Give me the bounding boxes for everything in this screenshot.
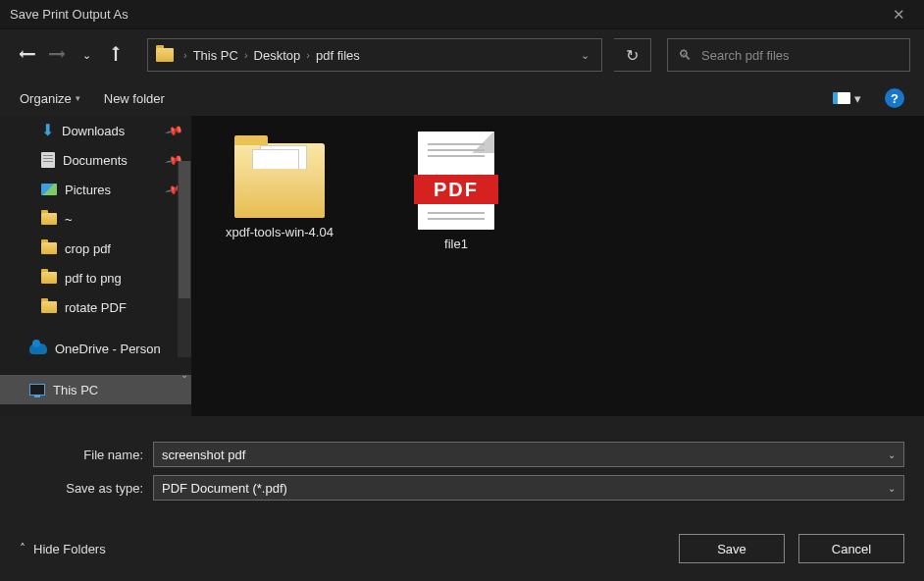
search-icon: 🔍︎ [678, 47, 692, 63]
navigation-pane: ⬇ Downloads 📌 Documents 📌 Pictures 📌 ~ c… [0, 116, 191, 416]
file-item-label: xpdf-tools-win-4.04 [211, 224, 348, 241]
search-input[interactable] [701, 48, 899, 63]
sidebar-item-label: OneDrive - Person [55, 342, 161, 356]
pdf-badge: PDF [414, 175, 498, 204]
title-bar: Save Print Output As ✕ [0, 0, 924, 29]
back-button[interactable]: 🠔 [14, 41, 41, 69]
folder-icon [234, 143, 325, 218]
hide-folders-label: Hide Folders [33, 542, 106, 556]
main-area: ⬇ Downloads 📌 Documents 📌 Pictures 📌 ~ c… [0, 116, 924, 416]
new-folder-button[interactable]: New folder [104, 91, 165, 106]
filename-input[interactable] [162, 448, 884, 462]
navigation-bar: 🠔 🠖 ⌄ 🠕 › This PC › Desktop › pdf files … [0, 29, 924, 80]
hide-folders-toggle[interactable]: ˄ Hide Folders [20, 542, 106, 556]
sidebar-item-documents[interactable]: Documents 📌 [0, 145, 191, 175]
sidebar-item-this-pc[interactable]: This PC [0, 375, 191, 404]
download-icon: ⬇ [41, 123, 54, 138]
savetype-field[interactable]: PDF Document (*.pdf) ⌄ [153, 475, 904, 501]
folder-icon [41, 213, 57, 225]
breadcrumb-desktop[interactable]: Desktop [250, 48, 305, 63]
file-item-pdf[interactable]: PDF file1 [387, 132, 525, 253]
document-icon [41, 152, 55, 168]
folder-icon [41, 272, 57, 284]
sidebar-item-folder[interactable]: ~ [0, 204, 191, 234]
chevron-down-icon[interactable]: ⌄ [884, 483, 899, 494]
file-list[interactable]: xpdf-tools-win-4.04 PDF file1 [191, 116, 924, 416]
chevron-right-icon: › [304, 49, 312, 61]
pdf-file-icon: PDF [418, 132, 494, 230]
forward-button[interactable]: 🠖 [43, 41, 71, 69]
save-button-label: Save [717, 542, 746, 556]
address-bar[interactable]: › This PC › Desktop › pdf files ⌄ [147, 38, 602, 72]
breadcrumb-current[interactable]: pdf files [312, 48, 364, 63]
sidebar-item-folder[interactable]: crop pdf [0, 234, 191, 263]
up-button[interactable]: 🠕 [102, 41, 129, 69]
recent-locations-dropdown[interactable]: ⌄ [73, 41, 100, 69]
close-button[interactable]: ✕ [881, 6, 916, 24]
filename-field[interactable]: ⌄ [153, 442, 904, 467]
file-item-label: file1 [387, 236, 525, 253]
save-form: File name: ⌄ Save as type: PDF Document … [0, 416, 924, 501]
sidebar-item-onedrive[interactable]: OneDrive - Person [0, 334, 191, 363]
sidebar-item-label: ~ [65, 212, 73, 227]
chevron-down-icon: ▾ [76, 93, 80, 103]
search-box[interactable]: 🔍︎ [667, 38, 910, 72]
chevron-down-icon: ▾ [854, 91, 861, 106]
chevron-right-icon: › [181, 49, 189, 61]
folder-icon [41, 301, 57, 313]
cancel-button-label: Cancel [832, 542, 871, 556]
chevron-up-icon: ˄ [20, 542, 26, 555]
onedrive-icon [29, 343, 47, 354]
folder-icon [156, 48, 174, 62]
pictures-icon [41, 184, 57, 195]
cancel-button[interactable]: Cancel [798, 534, 904, 563]
sidebar-item-label: Downloads [62, 124, 125, 138]
sidebar-scrollbar[interactable]: ⌄ [178, 161, 191, 357]
sidebar-item-label: Pictures [65, 183, 111, 197]
organize-menu[interactable]: Organize ▾ [20, 91, 80, 106]
sidebar-item-label: rotate PDF [65, 300, 127, 315]
action-bar: ˄ Hide Folders Save Cancel [0, 508, 924, 563]
sidebar-item-pictures[interactable]: Pictures 📌 [0, 175, 191, 204]
pin-icon: 📌 [165, 121, 184, 140]
save-button[interactable]: Save [679, 534, 785, 563]
sidebar-item-label: This PC [53, 383, 98, 397]
savetype-label: Save as type: [20, 481, 153, 496]
toolbar: Organize ▾ New folder ▾ ? [0, 80, 924, 116]
folder-icon [41, 242, 57, 254]
sidebar-item-label: Documents [63, 153, 128, 168]
thumbnails-icon [833, 92, 850, 104]
chevron-down-icon[interactable]: ⌄ [884, 449, 899, 460]
chevron-right-icon: › [242, 49, 250, 61]
view-options-button[interactable]: ▾ [833, 91, 861, 106]
window-title: Save Print Output As [10, 7, 881, 22]
organize-label: Organize [20, 91, 72, 106]
breadcrumb-this-pc[interactable]: This PC [189, 48, 242, 63]
sidebar-item-label: crop pdf [65, 241, 111, 256]
this-pc-icon [29, 384, 45, 396]
address-history-dropdown[interactable]: ⌄ [573, 49, 597, 62]
sidebar-item-downloads[interactable]: ⬇ Downloads 📌 [0, 116, 191, 145]
file-item-folder[interactable]: xpdf-tools-win-4.04 [211, 132, 348, 241]
savetype-value: PDF Document (*.pdf) [162, 481, 884, 496]
scroll-down-icon[interactable]: ⌄ [178, 369, 191, 387]
scrollbar-thumb[interactable] [179, 161, 190, 298]
new-folder-label: New folder [104, 91, 165, 106]
help-button[interactable]: ? [885, 88, 904, 108]
refresh-button[interactable]: ↻ [614, 38, 651, 72]
sidebar-item-label: pdf to png [65, 271, 122, 286]
sidebar-item-folder[interactable]: pdf to png [0, 263, 191, 292]
sidebar-item-folder[interactable]: rotate PDF [0, 292, 191, 322]
filename-label: File name: [20, 448, 153, 462]
